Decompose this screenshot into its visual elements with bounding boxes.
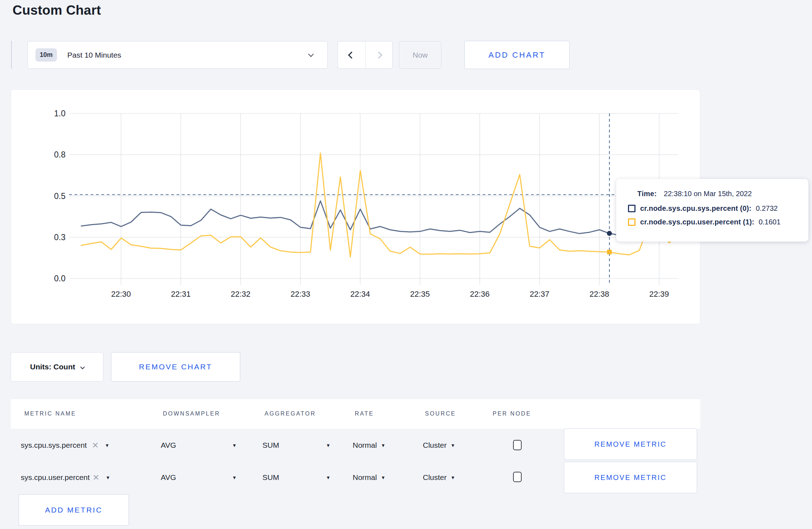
svg-text:22:33: 22:33 xyxy=(290,290,310,299)
per-node-checkbox[interactable] xyxy=(513,440,522,450)
caret-down-icon: ▼ xyxy=(326,475,330,480)
prev-time-button[interactable] xyxy=(338,42,365,68)
source-value: Cluster xyxy=(423,441,447,450)
aggregator-select[interactable]: SUM ▼ xyxy=(262,429,330,462)
downsampler-value: AVG xyxy=(161,441,176,450)
add-metric-button[interactable]: ADD METRIC xyxy=(19,494,129,526)
remove-metric-x-icon[interactable]: ✕ xyxy=(92,441,98,450)
units-label: Units: Count xyxy=(30,363,75,371)
remove-metric-x-icon[interactable]: ✕ xyxy=(93,473,100,482)
metric-name-value: sys.cpu.sys.percent xyxy=(21,441,87,450)
column-header-downsampler: DOWNSAMPLER xyxy=(163,411,220,417)
metric-table-row: sys.cpu.sys.percent ✕ ▼ AVG ▼ SUM ▼ Norm… xyxy=(11,429,700,462)
tooltip-series-row: cr.node.sys.cpu.user.percent (1): 0.1601 xyxy=(628,218,808,226)
aggregator-value: SUM xyxy=(262,441,279,450)
svg-text:22:38: 22:38 xyxy=(589,290,609,299)
tooltip-series-row: cr.node.sys.cpu.sys.percent (0): 0.2732 xyxy=(628,204,808,213)
metrics-table-header: METRIC NAME DOWNSAMPLER AGGREGATOR RATE … xyxy=(11,399,700,429)
tooltip-series-value: 0.2732 xyxy=(756,204,778,213)
column-header-per-node: PER NODE xyxy=(493,411,531,417)
column-header-rate: RATE xyxy=(355,411,374,417)
downsampler-select[interactable]: AVG ▼ xyxy=(161,462,237,493)
caret-down-icon: ▼ xyxy=(232,475,237,480)
rate-select[interactable]: Normal ▼ xyxy=(353,429,386,462)
column-header-metric-name: METRIC NAME xyxy=(24,411,76,417)
column-header-source: SOURCE xyxy=(425,411,456,417)
metric-name-value: sys.cpu.user.percent xyxy=(21,473,90,482)
next-time-button[interactable] xyxy=(365,42,393,68)
source-value: Cluster xyxy=(423,473,447,482)
caret-down-icon: ▼ xyxy=(326,443,330,448)
source-select[interactable]: Cluster ▼ xyxy=(423,429,455,462)
tooltip-series-label: cr.node.sys.cpu.user.percent (1): xyxy=(640,218,754,226)
caret-down-icon: ▼ xyxy=(451,475,455,480)
chevron-down-icon xyxy=(80,365,85,369)
metric-table-row: sys.cpu.user.percent ✕ ▼ AVG ▼ SUM ▼ Nor… xyxy=(11,462,700,493)
tooltip-series-label: cr.node.sys.cpu.sys.percent (0): xyxy=(640,204,751,213)
caret-down-icon: ▼ xyxy=(232,443,237,448)
rate-value: Normal xyxy=(353,441,377,450)
user-series-legend-icon xyxy=(628,218,635,226)
metric-name-select[interactable]: sys.cpu.user.percent ✕ ▼ xyxy=(21,462,110,493)
sys-series-legend-icon xyxy=(628,205,635,212)
remove-metric-button[interactable]: REMOVE METRIC xyxy=(564,462,697,493)
chevron-right-icon xyxy=(375,52,382,59)
time-nav-group xyxy=(338,41,393,69)
chevron-down-icon xyxy=(308,52,314,57)
rate-value: Normal xyxy=(353,473,377,482)
svg-text:22:32: 22:32 xyxy=(231,290,250,299)
now-button[interactable]: Now xyxy=(399,41,441,69)
tooltip-time-value: 22:38:10 on Mar 15th, 2022 xyxy=(664,190,752,198)
chart-hover-tooltip: Time: 22:38:10 on Mar 15th, 2022 cr.node… xyxy=(616,179,808,242)
svg-text:22:39: 22:39 xyxy=(649,290,669,299)
svg-text:22:30: 22:30 xyxy=(111,290,131,299)
svg-text:0.0: 0.0 xyxy=(54,274,66,283)
downsampler-select[interactable]: AVG ▼ xyxy=(161,429,237,462)
page-title: Custom Chart xyxy=(13,3,101,18)
caret-down-icon: ▼ xyxy=(451,443,455,448)
tooltip-series-value: 0.1601 xyxy=(759,218,780,226)
remove-chart-button[interactable]: REMOVE CHART xyxy=(111,352,240,382)
remove-metric-button[interactable]: REMOVE METRIC xyxy=(564,428,697,460)
tooltip-time-row: Time: 22:38:10 on Mar 15th, 2022 xyxy=(637,190,808,198)
time-range-badge: 10m xyxy=(35,48,57,62)
time-range-label: Past 10 Minutes xyxy=(67,51,121,59)
metric-name-select[interactable]: sys.cpu.sys.percent ✕ ▼ xyxy=(21,429,110,462)
rate-select[interactable]: Normal ▼ xyxy=(353,462,386,493)
caret-down-icon[interactable]: ▼ xyxy=(105,443,110,448)
svg-text:22:35: 22:35 xyxy=(410,290,430,299)
svg-text:1.0: 1.0 xyxy=(54,109,66,118)
svg-text:0.3: 0.3 xyxy=(54,233,66,242)
add-chart-button[interactable]: ADD CHART xyxy=(464,41,570,69)
toolbar-left-rule xyxy=(11,41,12,69)
svg-text:22:34: 22:34 xyxy=(350,290,370,299)
tooltip-time-label: Time: xyxy=(637,190,657,198)
svg-text:0.8: 0.8 xyxy=(54,150,66,159)
chart-card: 1.00.80.50.30.022:3022:3122:3222:3322:34… xyxy=(11,89,700,324)
caret-down-icon: ▼ xyxy=(381,475,386,480)
svg-text:22:37: 22:37 xyxy=(530,290,549,299)
aggregator-value: SUM xyxy=(262,473,279,482)
chevron-left-icon xyxy=(348,52,355,59)
per-node-checkbox[interactable] xyxy=(513,472,522,482)
svg-text:22:31: 22:31 xyxy=(171,290,190,299)
svg-text:22:36: 22:36 xyxy=(470,290,489,299)
downsampler-value: AVG xyxy=(161,473,176,482)
caret-down-icon[interactable]: ▼ xyxy=(106,475,110,480)
source-select[interactable]: Cluster ▼ xyxy=(423,462,455,493)
aggregator-select[interactable]: SUM ▼ xyxy=(262,462,330,493)
column-header-aggregator: AGGREGATOR xyxy=(265,411,316,417)
units-select[interactable]: Units: Count xyxy=(11,352,103,382)
chart-svg[interactable]: 1.00.80.50.30.022:3022:3122:3222:3322:34… xyxy=(11,90,700,324)
time-range-select[interactable]: 10m Past 10 Minutes xyxy=(28,41,328,69)
svg-text:0.5: 0.5 xyxy=(54,191,66,201)
caret-down-icon: ▼ xyxy=(381,443,386,448)
